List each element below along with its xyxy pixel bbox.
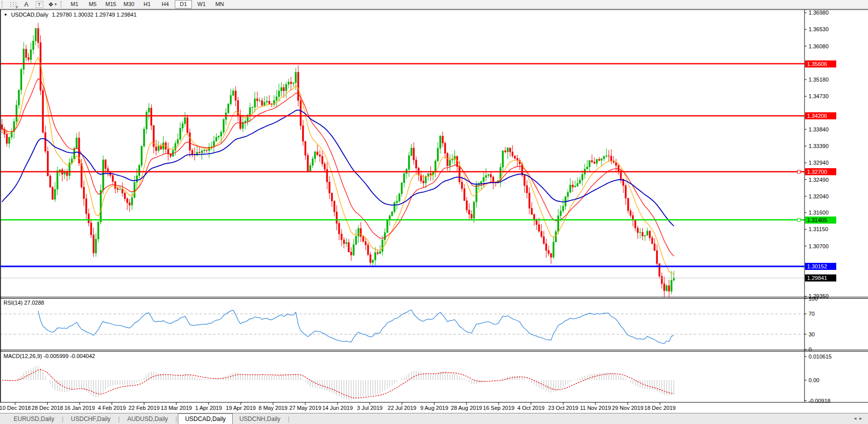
shapes-icon[interactable]: ❖▾ [47, 1, 57, 9]
svg-text:8 May 2019: 8 May 2019 [258, 405, 287, 411]
toolbar-grip[interactable] [2, 1, 4, 8]
svg-text:22 Feb 2019: 22 Feb 2019 [128, 405, 160, 411]
tab-audusd[interactable]: AUDUSD,Daily [121, 414, 175, 424]
current-price-tag: 1.29841 [805, 274, 836, 281]
svg-text:1.36080: 1.36080 [809, 43, 829, 49]
tab-usdcnh[interactable]: USDCNH,Daily [233, 414, 287, 424]
tab-usdchf[interactable]: USDCHF,Daily [64, 414, 117, 424]
svg-text:0.010615: 0.010615 [809, 354, 832, 360]
svg-text:1.31600: 1.31600 [809, 209, 829, 216]
price-tag-1.35606: 1.35606 [805, 60, 836, 67]
ohlc-quote: 1.29780 1.30032 1.29749 1.29841 [52, 12, 137, 18]
tab-scroll-left-icon[interactable]: ◂ [854, 415, 859, 421]
timeframe-button-m30[interactable]: M30 [120, 0, 138, 9]
tab-separator: | [62, 415, 63, 422]
svg-text:10 Dec 2018: 10 Dec 2018 [0, 405, 31, 411]
svg-text:1 Apr 2019: 1 Apr 2019 [195, 405, 222, 411]
svg-text:1.31150: 1.31150 [809, 226, 828, 232]
price-tag-1.30152: 1.30152 [805, 263, 836, 270]
timeframe-button-h4[interactable]: H4 [157, 0, 174, 9]
tab-scroll-right-icon[interactable]: ▸ [859, 415, 865, 421]
svg-text:4 Oct 2019: 4 Oct 2019 [517, 405, 545, 411]
text-label-icon[interactable]: A [21, 1, 31, 9]
symbol-tabbar: EURUSD,Daily|USDCHF,Daily|AUDUSD,Daily|U… [0, 413, 868, 424]
svg-text:28 Dec 2018: 28 Dec 2018 [32, 405, 63, 411]
chart-canvas[interactable]: 1.369801.365301.360801.351801.347301.338… [0, 9, 868, 413]
svg-text:1.36980: 1.36980 [809, 10, 829, 16]
toolbar: F A T ❖▾ M1M5M15M30H1H4D1W1MN [0, 0, 868, 9]
svg-text:-0.00918: -0.00918 [809, 398, 830, 404]
timeframe-button-h1[interactable]: H1 [139, 0, 156, 9]
svg-text:27 May 2019: 27 May 2019 [289, 405, 321, 411]
svg-text:1.32040: 1.32040 [809, 193, 829, 199]
macd-indicator-label: MACD(12,26,9) -0.005999 -0.004042 [4, 353, 95, 359]
svg-text:0: 0 [809, 346, 812, 352]
symbol-timeframe-label: USDCAD,Daily [11, 12, 48, 18]
shapes-dropdown-caret-icon[interactable]: ▾ [54, 2, 56, 7]
svg-text:16 Sep 2019: 16 Sep 2019 [483, 405, 514, 411]
svg-text:1.32490: 1.32490 [809, 177, 829, 183]
rsi-line [38, 310, 674, 343]
chart-title: ▼ USDCAD,Daily 1.29780 1.30032 1.29749 1… [4, 12, 137, 18]
svg-text:1.35180: 1.35180 [809, 77, 829, 83]
svg-text:3 Jul 2019: 3 Jul 2019 [357, 405, 383, 411]
chart-area[interactable]: 1.369801.365301.360801.351801.347301.338… [0, 9, 868, 413]
macd-histogram [2, 366, 674, 400]
timeframe-button-m15[interactable]: M15 [102, 0, 119, 9]
svg-text:11 Nov 2019: 11 Nov 2019 [580, 405, 611, 411]
toolbar-grip-2[interactable] [60, 1, 63, 8]
text-box-icon[interactable]: T [34, 1, 44, 9]
tab-usdcad[interactable]: USDCAD,Daily [178, 413, 233, 424]
svg-text:9 Aug 2019: 9 Aug 2019 [420, 405, 448, 411]
tab-separator: | [288, 415, 289, 422]
rsi-indicator-label: RSI(14) 27.0288 [4, 300, 44, 306]
svg-text:0.00: 0.00 [809, 377, 819, 383]
price-tag-1.32700: 1.32700 [805, 168, 836, 175]
svg-text:13 Mar 2019: 13 Mar 2019 [161, 405, 192, 411]
tab-separator: | [175, 415, 177, 422]
svg-text:14 Jun 2019: 14 Jun 2019 [322, 405, 353, 411]
timeframe-button-m1[interactable]: M1 [66, 0, 83, 9]
svg-text:4 Feb 2019: 4 Feb 2019 [98, 405, 126, 411]
collapse-icon[interactable]: ▼ [4, 13, 8, 17]
tab-separator: | [118, 415, 120, 422]
svg-text:19 Apr 2019: 19 Apr 2019 [226, 405, 255, 411]
svg-text:1.33840: 1.33840 [809, 126, 829, 132]
svg-text:1.36530: 1.36530 [809, 26, 829, 32]
svg-text:29 Nov 2019: 29 Nov 2019 [612, 405, 643, 411]
timeframe-button-w1[interactable]: W1 [193, 0, 210, 9]
svg-text:22 Jul 2019: 22 Jul 2019 [388, 405, 417, 411]
crosshair-grid-f-icon[interactable]: F [8, 1, 18, 9]
svg-text:16 Jan 2019: 16 Jan 2019 [64, 405, 95, 411]
svg-text:28 Aug 2019: 28 Aug 2019 [451, 405, 482, 411]
price-tag-1.34206: 1.34206 [805, 112, 836, 119]
timeframe-button-mn[interactable]: MN [211, 0, 228, 9]
svg-text:30: 30 [809, 331, 815, 337]
svg-text:1.33390: 1.33390 [809, 143, 829, 149]
tab-eurusd[interactable]: EURUSD,Daily [7, 414, 61, 424]
price-tag-1.31405: 1.31405 [805, 217, 836, 224]
svg-text:1.32940: 1.32940 [809, 160, 829, 166]
svg-text:1.34730: 1.34730 [809, 93, 829, 99]
svg-text:23 Oct 2019: 23 Oct 2019 [548, 405, 578, 411]
svg-text:70: 70 [809, 311, 815, 317]
timeframe-button-group: M1M5M15M30H1H4D1W1MN [65, 0, 229, 9]
timeframe-button-m5[interactable]: M5 [84, 0, 101, 9]
symbol-tabs: EURUSD,Daily|USDCHF,Daily|AUDUSD,Daily|U… [7, 413, 291, 424]
timeframe-button-d1[interactable]: D1 [175, 0, 192, 9]
macd-signal-line [2, 370, 674, 398]
svg-text:18 Dec 2019: 18 Dec 2019 [644, 405, 676, 411]
svg-text:1.30700: 1.30700 [809, 243, 829, 249]
